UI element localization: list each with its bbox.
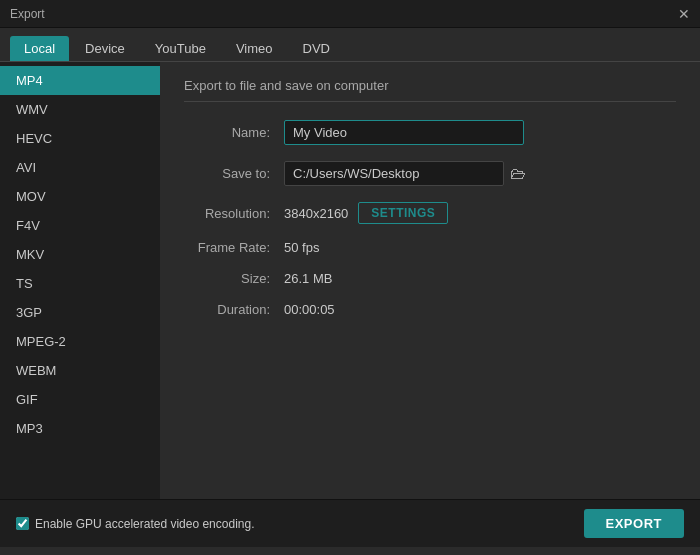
format-sidebar: MP4 WMV HEVC AVI MOV F4V MKV TS 3GP MPEG… bbox=[0, 62, 160, 499]
resolution-label: Resolution: bbox=[184, 206, 284, 221]
size-row: Size: 26.1 MB bbox=[184, 271, 676, 286]
resolution-container: 3840x2160 SETTINGS bbox=[284, 202, 448, 224]
tab-dvd[interactable]: DVD bbox=[289, 36, 344, 61]
content-area: Export to file and save on computer Name… bbox=[160, 62, 700, 499]
tab-vimeo[interactable]: Vimeo bbox=[222, 36, 287, 61]
titlebar: Export ✕ bbox=[0, 0, 700, 28]
sidebar-item-ts[interactable]: TS bbox=[0, 269, 160, 298]
gpu-checkbox[interactable] bbox=[16, 517, 29, 530]
name-row: Name: bbox=[184, 120, 676, 145]
gpu-label-text: Enable GPU accelerated video encoding. bbox=[35, 517, 254, 531]
size-value: 26.1 MB bbox=[284, 271, 332, 286]
sidebar-item-mkv[interactable]: MKV bbox=[0, 240, 160, 269]
frame-rate-value: 50 fps bbox=[284, 240, 319, 255]
tab-bar: Local Device YouTube Vimeo DVD bbox=[0, 28, 700, 62]
titlebar-title: Export bbox=[10, 7, 45, 21]
sidebar-item-3gp[interactable]: 3GP bbox=[0, 298, 160, 327]
size-label: Size: bbox=[184, 271, 284, 286]
settings-button[interactable]: SETTINGS bbox=[358, 202, 448, 224]
sidebar-item-webm[interactable]: WEBM bbox=[0, 356, 160, 385]
save-to-container: 🗁 bbox=[284, 161, 526, 186]
sidebar-item-mp3[interactable]: MP3 bbox=[0, 414, 160, 443]
sidebar-item-mpeg2[interactable]: MPEG-2 bbox=[0, 327, 160, 356]
frame-rate-row: Frame Rate: 50 fps bbox=[184, 240, 676, 255]
tab-youtube[interactable]: YouTube bbox=[141, 36, 220, 61]
tab-local[interactable]: Local bbox=[10, 36, 69, 61]
sidebar-item-mp4[interactable]: MP4 bbox=[0, 66, 160, 95]
resolution-row: Resolution: 3840x2160 SETTINGS bbox=[184, 202, 676, 224]
section-title: Export to file and save on computer bbox=[184, 78, 676, 102]
main-area: MP4 WMV HEVC AVI MOV F4V MKV TS 3GP MPEG… bbox=[0, 62, 700, 499]
save-to-input[interactable] bbox=[284, 161, 504, 186]
sidebar-item-gif[interactable]: GIF bbox=[0, 385, 160, 414]
gpu-checkbox-label[interactable]: Enable GPU accelerated video encoding. bbox=[16, 517, 254, 531]
export-button[interactable]: EXPORT bbox=[584, 509, 684, 538]
duration-row: Duration: 00:00:05 bbox=[184, 302, 676, 317]
sidebar-item-hevc[interactable]: HEVC bbox=[0, 124, 160, 153]
resolution-value: 3840x2160 bbox=[284, 206, 348, 221]
close-button[interactable]: ✕ bbox=[678, 7, 690, 21]
save-to-row: Save to: 🗁 bbox=[184, 161, 676, 186]
duration-label: Duration: bbox=[184, 302, 284, 317]
frame-rate-label: Frame Rate: bbox=[184, 240, 284, 255]
tab-device[interactable]: Device bbox=[71, 36, 139, 61]
sidebar-item-avi[interactable]: AVI bbox=[0, 153, 160, 182]
name-label: Name: bbox=[184, 125, 284, 140]
sidebar-item-mov[interactable]: MOV bbox=[0, 182, 160, 211]
sidebar-item-wmv[interactable]: WMV bbox=[0, 95, 160, 124]
sidebar-item-f4v[interactable]: F4V bbox=[0, 211, 160, 240]
footer: Enable GPU accelerated video encoding. E… bbox=[0, 499, 700, 547]
folder-icon[interactable]: 🗁 bbox=[510, 165, 526, 183]
save-to-label: Save to: bbox=[184, 166, 284, 181]
duration-value: 00:00:05 bbox=[284, 302, 335, 317]
name-input[interactable] bbox=[284, 120, 524, 145]
